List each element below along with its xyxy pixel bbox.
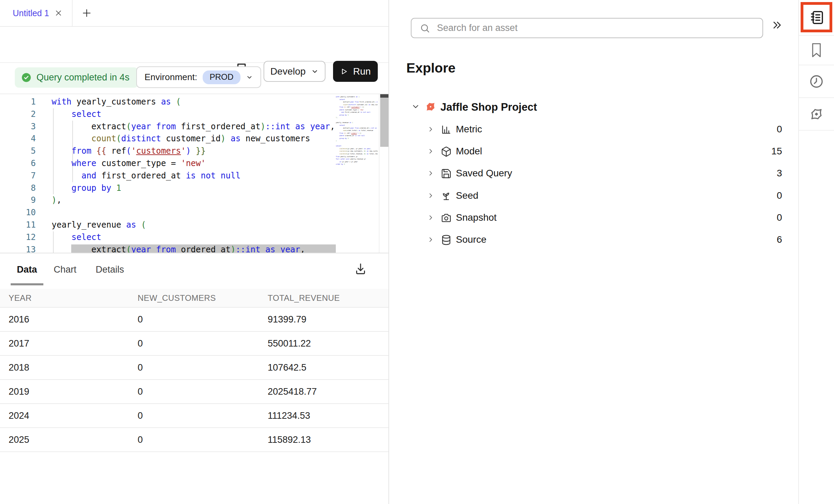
chevron-right-icon[interactable] xyxy=(427,147,435,156)
chevron-right-icon[interactable] xyxy=(427,125,435,134)
chevron-right-icon[interactable] xyxy=(427,236,435,245)
new-tab-button[interactable] xyxy=(77,4,97,22)
code-line[interactable]: select xyxy=(52,108,336,121)
code-line[interactable]: yearly_revenue as ( xyxy=(52,219,336,231)
table-row[interactable]: 20240111234.53 xyxy=(0,404,388,428)
query-status-pill: Query completed in 4s xyxy=(15,67,138,88)
table-cell: 2019 xyxy=(9,386,138,397)
table-cell: 91399.79 xyxy=(268,314,388,325)
minimap[interactable]: with yearly_customers as ( select extrac… xyxy=(336,96,378,166)
line-number: 7 xyxy=(0,170,36,182)
code-line[interactable]: select xyxy=(52,231,336,244)
right-rail xyxy=(798,0,834,504)
search-icon xyxy=(420,23,430,33)
table-row[interactable]: 201902025418.77 xyxy=(0,380,388,404)
code-lines[interactable]: with yearly_customers as ( select extrac… xyxy=(52,96,336,253)
query-status-text: Query completed in 4s xyxy=(36,72,129,83)
table-cell: 2018 xyxy=(9,362,138,373)
scrollbar-thumb[interactable] xyxy=(380,94,388,147)
code-line[interactable]: and first_ordered_at is not null xyxy=(52,170,336,182)
tree-item-seed[interactable]: Seed0 xyxy=(390,186,798,206)
editor-scrollbar[interactable] xyxy=(379,94,388,253)
line-number: 6 xyxy=(0,157,36,170)
tree-item-count: 3 xyxy=(777,168,782,179)
line-number: 13 xyxy=(0,244,36,253)
line-number: 9 xyxy=(0,194,36,207)
tree-item-source[interactable]: Source6 xyxy=(390,230,798,250)
code-line[interactable]: extract(year from ordered_at)::int as ye… xyxy=(52,244,336,253)
line-number: 11 xyxy=(0,219,36,231)
asset-search-input[interactable] xyxy=(437,23,756,33)
tree-item-saved-query[interactable]: Saved Query3 xyxy=(390,164,798,184)
code-editor[interactable]: 12345678910111213 with yearly_customers … xyxy=(0,94,388,253)
active-tab-underline xyxy=(11,283,43,285)
chevron-right-icon[interactable] xyxy=(427,214,435,223)
results-tab-data[interactable]: Data xyxy=(17,264,37,275)
chevron-right-icon[interactable] xyxy=(427,169,435,178)
code-line[interactable]: with yearly_customers as ( xyxy=(52,96,336,108)
code-line[interactable] xyxy=(52,207,336,219)
table-row[interactable]: 20180107642.5 xyxy=(0,356,388,380)
line-numbers: 12345678910111213 xyxy=(0,96,36,253)
line-number: 4 xyxy=(0,133,36,145)
table-row[interactable]: 2016091399.79 xyxy=(0,308,388,332)
dbt-logo-outline-icon xyxy=(809,106,824,122)
project-name: Jaffle Shop Project xyxy=(440,101,537,113)
tree-item-count: 0 xyxy=(777,190,782,201)
tree-item-model[interactable]: Model15 xyxy=(390,142,798,162)
code-line[interactable]: extract(year from first_ordered_at)::int… xyxy=(52,121,336,133)
sidebar-item-history[interactable] xyxy=(799,65,834,98)
tab-untitled-1[interactable]: Untitled 1 xyxy=(0,0,72,26)
table-cell: 107642.5 xyxy=(268,362,388,373)
line-number: 1 xyxy=(0,96,36,108)
table-row[interactable]: 20250115892.13 xyxy=(0,428,388,452)
tab-title: Untitled 1 xyxy=(13,8,49,18)
tree-item-label: Source xyxy=(456,234,486,245)
code-line[interactable]: ), xyxy=(52,194,336,207)
check-circle-icon xyxy=(21,72,32,83)
tree-item-count: 0 xyxy=(777,124,782,135)
sidebar-item-catalog[interactable] xyxy=(799,0,834,36)
line-number: 3 xyxy=(0,121,36,133)
table-cell: 0 xyxy=(138,435,268,445)
table-cell: 111234.53 xyxy=(268,410,388,421)
collapse-panel-icon[interactable] xyxy=(771,19,783,32)
close-tab-icon[interactable] xyxy=(55,9,62,17)
bar-chart-icon xyxy=(441,124,452,136)
table-cell: 2016 xyxy=(9,314,138,325)
sprout-icon xyxy=(441,190,452,203)
tree-item-label: Seed xyxy=(456,190,478,201)
code-line[interactable]: where customer_type = 'new' xyxy=(52,157,336,170)
save-icon xyxy=(441,168,452,180)
clock-icon xyxy=(809,74,824,89)
dbt-studio-app: Untitled 1 Develop Run xyxy=(0,0,834,504)
tree-item-label: Saved Query xyxy=(456,168,512,179)
chevron-down-icon[interactable] xyxy=(411,102,420,112)
tree-item-label: Snapshot xyxy=(456,212,496,223)
camera-icon xyxy=(441,212,452,225)
sidebar-item-bookmarks[interactable] xyxy=(799,36,834,65)
environment-selector[interactable]: Environment: PROD xyxy=(136,66,261,88)
tree-item-count: 15 xyxy=(771,146,782,157)
code-line[interactable]: from {{ ref('customers') }} xyxy=(52,145,336,157)
asset-search-box[interactable] xyxy=(411,18,763,38)
table-cell: 0 xyxy=(138,314,268,325)
chevron-right-icon[interactable] xyxy=(427,192,435,201)
tree-item-snapshot[interactable]: Snapshot0 xyxy=(390,208,798,228)
explore-panel: Explore Jaffle Shop Project Metric0Model… xyxy=(390,0,798,504)
column-header: NEW_CUSTOMERS xyxy=(138,293,268,303)
results-tab-chart[interactable]: Chart xyxy=(54,264,76,275)
tree-item-count: 6 xyxy=(777,234,782,245)
code-line[interactable]: group by 1 xyxy=(52,182,336,195)
sidebar-item-dbt[interactable] xyxy=(799,98,834,131)
tree-item-metric[interactable]: Metric0 xyxy=(390,120,798,140)
project-tree-root[interactable]: Jaffle Shop Project xyxy=(390,98,798,117)
download-icon[interactable] xyxy=(353,262,368,277)
table-cell: 115892.13 xyxy=(268,435,388,445)
dbt-logo-icon xyxy=(424,100,437,114)
code-line[interactable]: count(distinct customer_id) as new_custo… xyxy=(52,133,336,145)
table-row[interactable]: 20170550011.22 xyxy=(0,332,388,356)
tree-item-label: Model xyxy=(456,146,482,157)
table-cell: 0 xyxy=(138,410,268,421)
results-tab-details[interactable]: Details xyxy=(96,264,124,275)
